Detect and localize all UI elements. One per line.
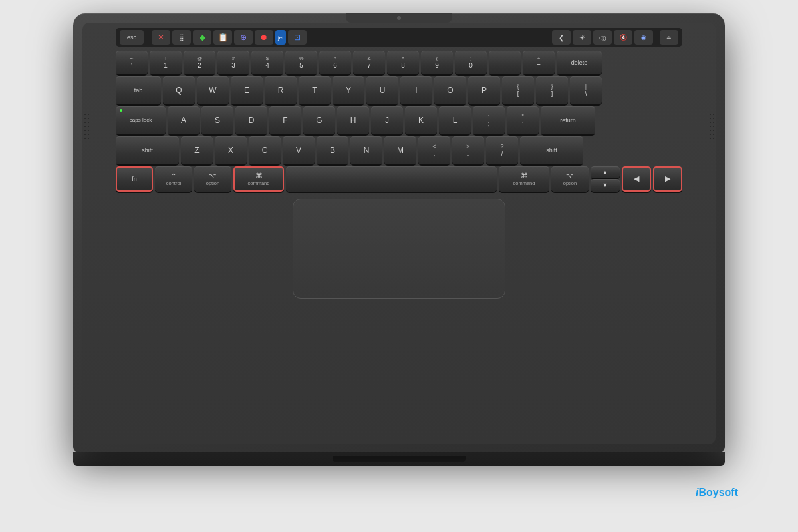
key-arrow-down[interactable]: ▼: [591, 179, 620, 192]
key-backslash[interactable]: | \: [570, 76, 602, 104]
key-delete[interactable]: delete: [557, 51, 602, 74]
tb-close-icon[interactable]: ✕: [152, 30, 170, 45]
key-command-right[interactable]: ⌘ command: [499, 166, 549, 192]
key-r[interactable]: R: [265, 76, 297, 104]
key-arrow-up[interactable]: ▲: [591, 166, 620, 178]
key-3[interactable]: # 3: [217, 51, 249, 74]
watermark-boysoft: Boysoft: [698, 487, 738, 498]
key-g[interactable]: G: [303, 106, 335, 134]
tb-app3-icon[interactable]: 📋: [213, 30, 232, 45]
key-h[interactable]: H: [337, 106, 369, 134]
laptop-bottom: [73, 452, 725, 466]
key-u[interactable]: U: [366, 76, 398, 104]
key-bracket-close[interactable]: } ]: [536, 76, 568, 104]
key-x[interactable]: X: [215, 136, 247, 164]
key-o[interactable]: O: [434, 76, 466, 104]
key-k[interactable]: K: [405, 106, 437, 134]
key-period[interactable]: > .: [452, 136, 484, 164]
trackpad[interactable]: [293, 199, 505, 299]
asdf-row: caps lock A S D F G H J K L : ; " ' retu…: [116, 106, 682, 134]
tb-app6-icon[interactable]: ⊡: [288, 30, 307, 45]
tb-app2-icon[interactable]: ◆: [193, 30, 211, 45]
key-bracket-open[interactable]: { [: [502, 76, 534, 104]
camera-area: [346, 13, 452, 23]
key-7[interactable]: & 7: [353, 51, 385, 74]
key-return[interactable]: return: [541, 106, 595, 134]
zxcv-row: shift Z X C V B N M < , > . ? /: [116, 136, 682, 164]
key-f[interactable]: F: [269, 106, 301, 134]
speaker-left: [73, 27, 100, 226]
key-quote[interactable]: " ': [507, 106, 539, 134]
tb-jet-key[interactable]: jet: [275, 30, 286, 45]
number-row: ~ ` ! 1 @ 2 # 3 $ 4: [116, 51, 682, 74]
tb-mute[interactable]: 🔇: [614, 30, 632, 45]
key-1[interactable]: ! 1: [150, 51, 182, 74]
key-b[interactable]: B: [317, 136, 348, 164]
key-tab[interactable]: tab: [116, 76, 161, 104]
key-fn[interactable]: fn: [116, 166, 153, 192]
key-comma[interactable]: < ,: [418, 136, 450, 164]
trackpad-container: [116, 199, 682, 299]
key-a[interactable]: A: [168, 106, 200, 134]
key-shift-right[interactable]: shift: [520, 136, 583, 164]
key-z[interactable]: Z: [181, 136, 213, 164]
key-command-left[interactable]: ⌘ command: [233, 166, 284, 192]
key-m[interactable]: M: [384, 136, 416, 164]
camera-dot: [397, 16, 401, 20]
key-y[interactable]: Y: [332, 76, 364, 104]
touch-bar: esc ✕ ⣿ ◆ 📋 ⊕ ⏺ jet ⊡ ❮ ☀ ◁)) 🔇 ◉ ⏏: [116, 28, 682, 47]
key-arrow-right[interactable]: ▶: [653, 166, 682, 192]
key-2[interactable]: @ 2: [184, 51, 215, 74]
key-equals[interactable]: + =: [523, 51, 555, 74]
tb-extra[interactable]: ⏏: [660, 30, 678, 45]
key-w[interactable]: W: [197, 76, 229, 104]
key-v[interactable]: V: [283, 136, 315, 164]
bottom-row: fn ⌃ control ⌥ option ⌘ command ⌘ comman…: [116, 166, 682, 192]
tb-app4-icon[interactable]: ⊕: [234, 30, 253, 45]
key-caps-lock[interactable]: caps lock: [116, 106, 166, 134]
key-i[interactable]: I: [400, 76, 432, 104]
key-tilde[interactable]: ~ `: [116, 51, 148, 74]
speaker-right: [698, 27, 725, 226]
tb-brightness-down[interactable]: ❮: [552, 30, 571, 45]
key-option-right[interactable]: ⌥ option: [551, 166, 589, 192]
key-l[interactable]: L: [439, 106, 471, 134]
key-e[interactable]: E: [231, 76, 263, 104]
key-n[interactable]: N: [350, 136, 382, 164]
key-minus[interactable]: _ -: [489, 51, 521, 74]
key-s[interactable]: S: [201, 106, 233, 134]
tb-esc-key[interactable]: esc: [120, 30, 144, 45]
key-control[interactable]: ⌃ control: [155, 166, 192, 192]
key-arrow-left[interactable]: ◀: [622, 166, 651, 192]
keyboard-area: esc ✕ ⣿ ◆ 📋 ⊕ ⏺ jet ⊡ ❮ ☀ ◁)) 🔇 ◉ ⏏: [82, 23, 716, 444]
laptop-foot: [332, 456, 466, 462]
key-j[interactable]: J: [371, 106, 403, 134]
key-9[interactable]: ( 9: [421, 51, 453, 74]
key-spacebar[interactable]: [286, 166, 497, 192]
key-0[interactable]: ) 0: [455, 51, 487, 74]
key-8[interactable]: * 8: [387, 51, 419, 74]
tb-app5-icon[interactable]: ⏺: [255, 30, 273, 45]
tb-brightness-up[interactable]: ☀: [573, 30, 591, 45]
tb-volume[interactable]: ◁)): [593, 30, 612, 45]
tb-app1-icon[interactable]: ⣿: [172, 30, 191, 45]
key-d[interactable]: D: [235, 106, 267, 134]
key-p[interactable]: P: [468, 76, 500, 104]
key-5[interactable]: % 5: [285, 51, 317, 74]
key-shift-left[interactable]: shift: [116, 136, 179, 164]
tb-siri[interactable]: ◉: [634, 30, 653, 45]
qwerty-row: tab Q W E R T Y U I O P { [ } ]: [116, 76, 682, 104]
key-semicolon[interactable]: : ;: [473, 106, 505, 134]
key-c[interactable]: C: [249, 136, 281, 164]
watermark: iBoysoft: [696, 487, 738, 499]
key-q[interactable]: Q: [163, 76, 195, 104]
laptop-body: esc ✕ ⣿ ◆ 📋 ⊕ ⏺ jet ⊡ ❮ ☀ ◁)) 🔇 ◉ ⏏: [73, 13, 725, 452]
key-4[interactable]: $ 4: [251, 51, 283, 74]
key-option-left[interactable]: ⌥ option: [194, 166, 231, 192]
key-6[interactable]: ^ 6: [319, 51, 351, 74]
key-slash[interactable]: ? /: [486, 136, 518, 164]
laptop-container: esc ✕ ⣿ ◆ 📋 ⊕ ⏺ jet ⊡ ❮ ☀ ◁)) 🔇 ◉ ⏏: [33, 13, 765, 519]
key-t[interactable]: T: [299, 76, 331, 104]
